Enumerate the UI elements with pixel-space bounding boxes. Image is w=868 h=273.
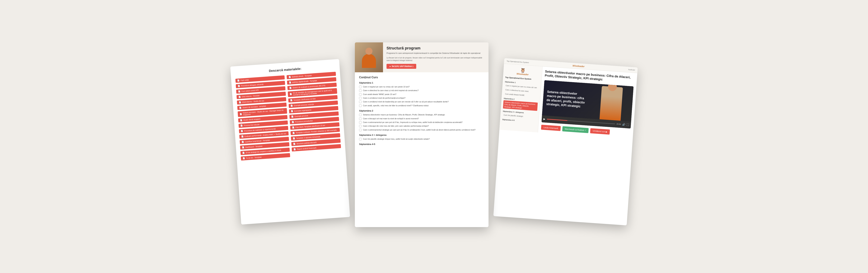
lesson-sidebar: 🦉 Wiseleader Top Operațional Eco System … [499,64,543,132]
checklist-item: Cum arată, specific, rolul meu de lider … [359,104,484,107]
progress-bar-fill [547,119,567,121]
wiseleader-brand: 🦉 Wiseleader [505,67,540,77]
checklist-item: Care e antrenamentul pe care pot să îl f… [359,121,484,124]
checklist-text: Care e următorul nivel de leadership pe … [363,100,448,103]
checkbox[interactable] [359,121,362,124]
silhouette-body [362,54,376,68]
content-title: Conținut Curs [359,76,484,79]
video-overlay-title: Setarea obiectivelor macro pe business: … [546,90,588,109]
checklist-item: Care e următorul nivel de leadership pe … [359,100,484,103]
checklist-item: Care e următorul nivel de performanță al… [359,97,484,99]
course-body: Conținut Curs Săptamâna 1Care e negotul … [355,72,489,151]
instructor-silhouette [360,46,378,69]
checklist-item: Care e antrenamentul strategic pe care p… [359,129,484,131]
breadcrumb: Top Operațional Eco System [507,60,529,63]
top-action-text[interactable]: Notificări [628,69,635,71]
checkbox[interactable] [359,89,362,92]
checklist-text: Setarea obiectivelor macro pe business: … [363,114,445,116]
sidebar-week-label: Săptamâna 4-5 [502,119,536,123]
course-card: Structură program Programul în care antr… [355,42,489,227]
downloads-card: Descarcă materialele: 📄Fișă notiță📄Proce… [230,59,350,224]
checklist-text: Care e blocajul cel mai mare la nivel de… [363,117,419,120]
week-title: Săptamâna 2 [359,110,484,112]
program-subtitle: Programul în care antreprenorii implemen… [386,52,485,55]
brand-logo: Wiseleader [572,64,585,68]
checklist-item: Care e blocajul cel mai mare la nivel de… [359,117,484,120]
checklist-item: Setarea obiectivelor macro pe business: … [359,114,484,116]
course-header-content: Structură program Programul în care antr… [383,42,489,72]
checkbox[interactable] [359,129,362,131]
start-button[interactable]: ► ÎNCEPE SĂPTĂMÂNA 1 [386,64,416,69]
sidebar-weeks-container: Săptamâna 1Care e negotul pe care nu vre… [502,81,539,123]
checkbox[interactable] [359,93,362,96]
video-person-figure [599,86,623,121]
week-title: Săptamâna 3 + delegarea [359,134,484,136]
silhouette-head [365,48,372,55]
sidebar-brand: Wiseleader [517,72,529,76]
main-scene: Descarcă materialele: 📄Fișă notiță📄Proce… [12,13,856,260]
owl-icon: 🦉 [520,68,526,73]
checklist-text: Care e următorul nivel de performanță al… [363,97,405,99]
downloads-columns: 📄Fișă notiță📄Procedura delegare eficient… [235,72,341,161]
finalize-button[interactable]: Marchează ca finalizat ✓ [562,126,589,133]
checklist-text: Cum arată idealul 'MINE' peste 10 ani? [363,93,396,96]
checkbox[interactable] [359,118,362,120]
checkbox[interactable] [359,104,362,107]
checklist-item: Cum arată idealul 'MINE' peste 10 ani? [359,93,484,96]
checklist-text: Care e antrenamentul pe care pot să îl f… [363,121,463,124]
video-time: 15:44 [616,123,621,125]
course-header-image [355,42,383,72]
checklist-item: Care e blocajul din rolul meu de lider, … [359,125,484,127]
checkbox[interactable] [359,101,362,103]
downloads-col-right: 📄Ședință zilnică - Template📄ședința săpt… [287,72,341,157]
program-title: Structură program [386,46,485,51]
video-player[interactable]: Setarea obiectivelor macro pe business: … [541,80,633,128]
checklist-item: Care e negotul pe care nu vreau să l am … [359,86,484,88]
course-weeks: Săptamâna 1Care e negotul pe care nu vre… [359,82,484,146]
fullscreen-icon[interactable]: ⛶ [626,123,629,126]
checklist-text: Cum îmi planific strategic timpul meu, a… [363,138,430,140]
checkbox[interactable] [359,114,362,116]
checklist-text: Care e blocajul din rolul meu de lider, … [363,125,429,127]
checklist-text: Care e obiectivul la care visez și mă si… [363,89,419,92]
checklist-item: Cum îmi planific strategic timpul meu, a… [359,138,484,140]
video-card-content: 🦉 Wiseleader Top Operațional Eco System … [499,64,637,139]
course-header: Structură program Programul în care antr… [355,42,489,72]
video-card: Top Operațional Eco System Wiseleader No… [493,58,638,225]
volume-icon[interactable]: 🔊 [622,123,625,126]
sidebar-course-title: Top Operațional Eco System [505,76,539,81]
checkbox[interactable] [359,97,362,99]
play-icon[interactable]: ▶ [544,118,546,121]
checkbox[interactable] [359,138,362,140]
video-person-head [608,82,617,91]
checkbox[interactable] [359,86,362,88]
checkbox[interactable] [359,125,362,127]
sidebar-lesson[interactable]: Setarea obiectivelor macro pe business: … [503,100,538,111]
week-title: Săptamâna 4-5 [359,143,484,146]
checklist-text: Care e antrenamentul strategic pe care p… [363,129,475,131]
checklist-item: Care e obiectivul la care visez și mă si… [359,89,484,92]
program-detail: La fiecare luni e luni de program, fieca… [386,57,485,62]
video-thumbnail: Setarea obiectivelor macro pe business: … [542,80,633,121]
video-main-area: Setarea obiectivelor macro pe business: … [538,66,637,139]
week-title: Săptamâna 1 [359,82,484,84]
downloads-col-left: 📄Fișă notiță📄Procedura delegare eficient… [235,75,290,160]
prev-lesson-button[interactable]: Lecție Anterioară [541,125,561,131]
checklist-text: Care e negotul pe care nu vreau să l am … [363,86,409,88]
next-lesson-button[interactable]: Următorul curs ▶ [590,128,610,134]
checklist-text: Cum arată, specific, rolul meu de lider … [363,104,429,107]
